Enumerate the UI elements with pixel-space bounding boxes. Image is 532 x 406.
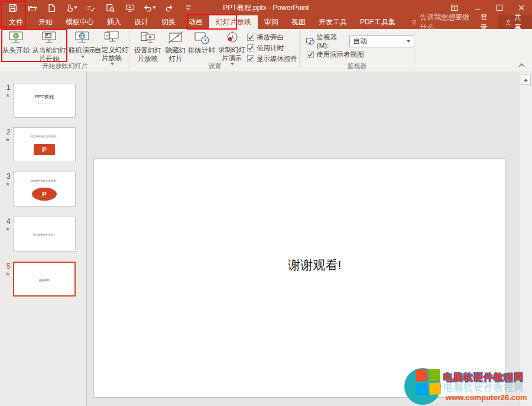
save-button[interactable] — [3, 0, 22, 15]
slide-number: 1 — [7, 83, 11, 92]
thumbnail-box[interactable]: 这里是单页的文本！ — [13, 217, 76, 252]
customize-qat-button[interactable] — [179, 0, 198, 15]
thumb-title: PPT教程 — [14, 94, 75, 100]
setup-slideshow-icon — [140, 30, 156, 46]
powerpoint-window: PPT教程.pptx - PowerPoint 文件 开始 模板中心 插入 设计… — [0, 0, 532, 406]
powerpoint-logo: P — [34, 144, 55, 155]
slide-panel: 1 ★ PPT教程 —————— 2 ★ 这里是中间页文本内容！ P 3 ★ 这… — [0, 72, 87, 406]
slide-show-icon — [125, 4, 135, 12]
vertical-scrollbar[interactable] — [519, 72, 532, 406]
print-preview-button[interactable] — [100, 0, 120, 15]
group-divider — [414, 31, 414, 69]
new-button[interactable] — [42, 0, 61, 15]
setup-slideshow-button[interactable]: 设置幻灯片放映 — [132, 30, 163, 63]
rehearse-timings-icon — [193, 30, 210, 46]
undo-button[interactable] — [140, 0, 159, 15]
group-start-slideshow: 从头开始 从当前幻灯片开始 联机演示 自定义幻灯片放映 — [0, 29, 130, 72]
tab-review[interactable]: 审阅 — [258, 15, 285, 29]
slide-thumbnail-2[interactable]: 2 ★ 这里是中间页文本内容！ P — [0, 127, 87, 163]
thumb-subtitle: —————— — [23, 102, 66, 104]
spelling-check-icon — [86, 4, 95, 12]
sign-in-button[interactable]: 登录 — [473, 15, 499, 29]
setup-slideshow-label: 设置幻灯片放映 — [132, 47, 163, 63]
windows-logo-orange-square — [416, 369, 427, 382]
monitor-row: 监视器(M): 自动 — [306, 33, 414, 49]
thumb-text: 这里是单页的文本！ — [22, 233, 67, 236]
animation-star-icon: ★ — [5, 226, 10, 232]
slide-thumbnail-3[interactable]: 3 ★ 这里是中间页文本内容！ P — [0, 172, 87, 208]
use-timings-checkbox[interactable] — [247, 44, 254, 51]
animation-star-icon: ★ — [5, 137, 10, 143]
undo-dropdown-arrow[interactable] — [153, 7, 156, 9]
watermark-url: www.computer26.com — [446, 393, 527, 402]
watermark-site-name-reflection: 电脑软硬件教程网 — [443, 382, 524, 394]
hide-slide-button[interactable]: 隐藏幻灯片 — [163, 30, 188, 63]
share-button[interactable]: 共享 — [498, 15, 532, 29]
minimize-icon — [474, 4, 481, 11]
monitor-label: 监视器(M): — [317, 33, 347, 49]
use-timings-row: 使用计时 — [247, 43, 299, 53]
tab-view[interactable]: 视图 — [285, 15, 312, 29]
thumbnail-box[interactable]: 这里是中间页文本内容！ P — [13, 172, 76, 207]
hide-slide-label: 隐藏幻灯片 — [163, 47, 188, 63]
present-online-icon — [74, 30, 90, 46]
animation-star-icon: ★ — [5, 181, 10, 187]
custom-slideshow-button[interactable]: 自定义幻灯片放映 — [95, 30, 129, 63]
group-setup: 设置幻灯片放映 隐藏幻灯片 排练计时 录制幻灯片演示 — [130, 29, 300, 72]
group-monitors: 监视器(M): 自动 使用演示者视图 监视器 — [300, 29, 414, 72]
collapse-ribbon-button[interactable] — [517, 61, 526, 69]
tab-transitions[interactable]: 切换 — [155, 15, 182, 29]
tab-animations[interactable]: 动画 — [182, 15, 209, 29]
slide-editor[interactable]: 谢谢观看! — [93, 158, 505, 398]
thumbnail-box[interactable]: 谢谢观看! — [13, 262, 76, 297]
tab-insert[interactable]: 插入 — [100, 15, 128, 29]
slide-thumbnail-5-selected[interactable]: 5 ★ 谢谢观看! — [0, 262, 87, 298]
tab-slide-show[interactable]: 幻灯片放映 — [209, 15, 258, 29]
monitor-select[interactable]: 自动 — [349, 36, 414, 47]
thumbnail-box[interactable]: PPT教程 —————— — [13, 83, 76, 118]
present-online-dropdown-arrow[interactable] — [81, 56, 85, 58]
tab-home[interactable]: 开始 — [32, 15, 59, 29]
use-presenter-view-checkbox[interactable] — [307, 51, 314, 58]
monitor-select-value: 自动 — [353, 37, 367, 46]
slide-show-button[interactable] — [120, 0, 140, 15]
group-label-monitors: 监视器 — [300, 62, 414, 70]
thumbnail-box[interactable]: 这里是中间页文本内容！ P — [13, 127, 76, 162]
present-online-button[interactable]: 联机演示 — [69, 30, 96, 63]
ribbon: 从头开始 从当前幻灯片开始 联机演示 自定义幻灯片放映 — [0, 29, 532, 72]
open-button[interactable] — [22, 0, 42, 15]
spelling-button[interactable] — [81, 0, 100, 15]
play-narrations-checkbox[interactable] — [247, 34, 254, 41]
tab-developer[interactable]: 开发工具 — [312, 15, 353, 29]
open-folder-icon — [28, 4, 37, 12]
windows-logo-yellow-square — [429, 382, 441, 395]
from-current-slide-icon — [41, 30, 57, 46]
custom-slideshow-label: 自定义幻灯片放映 — [95, 46, 129, 62]
windows-logo-blue-square — [416, 383, 428, 395]
group-label-setup: 设置 — [130, 62, 300, 70]
tell-me-box[interactable]: 告诉我您想要做什么... — [411, 15, 473, 29]
slide-thumbnail-4[interactable]: 4 ★ 这里是单页的文本！ — [0, 217, 87, 253]
from-current-slide-button[interactable]: 从当前幻灯片开始 — [30, 30, 68, 63]
from-beginning-button[interactable]: 从头开始 — [2, 30, 30, 63]
slide-number: 5 — [7, 262, 11, 270]
redo-button[interactable] — [159, 0, 179, 15]
tab-template-center[interactable]: 模板中心 — [59, 15, 100, 29]
scroll-up-button[interactable] — [521, 75, 531, 85]
maximize-button[interactable] — [488, 0, 510, 15]
record-slideshow-icon — [223, 30, 240, 46]
rehearse-timings-button[interactable]: 排练计时 — [188, 30, 215, 63]
slide-title-text[interactable]: 谢谢观看! — [94, 257, 505, 273]
touch-mode-button[interactable] — [61, 0, 81, 15]
tab-design[interactable]: 设计 — [128, 15, 155, 29]
record-slideshow-button[interactable]: 录制幻灯片演示 — [215, 30, 248, 63]
print-preview-icon — [106, 4, 115, 12]
thumb-text: 谢谢观看! — [22, 278, 66, 282]
save-icon — [8, 4, 17, 12]
animation-star-icon: ★ — [5, 92, 10, 98]
touch-mode-dropdown-arrow[interactable] — [74, 7, 77, 9]
ribbon-display-options-icon — [450, 4, 459, 12]
slide-thumbnail-1[interactable]: 1 ★ PPT教程 —————— — [0, 83, 87, 119]
tab-pdf-tools[interactable]: PDF工具集 — [353, 15, 402, 29]
tab-file[interactable]: 文件 — [0, 15, 32, 29]
